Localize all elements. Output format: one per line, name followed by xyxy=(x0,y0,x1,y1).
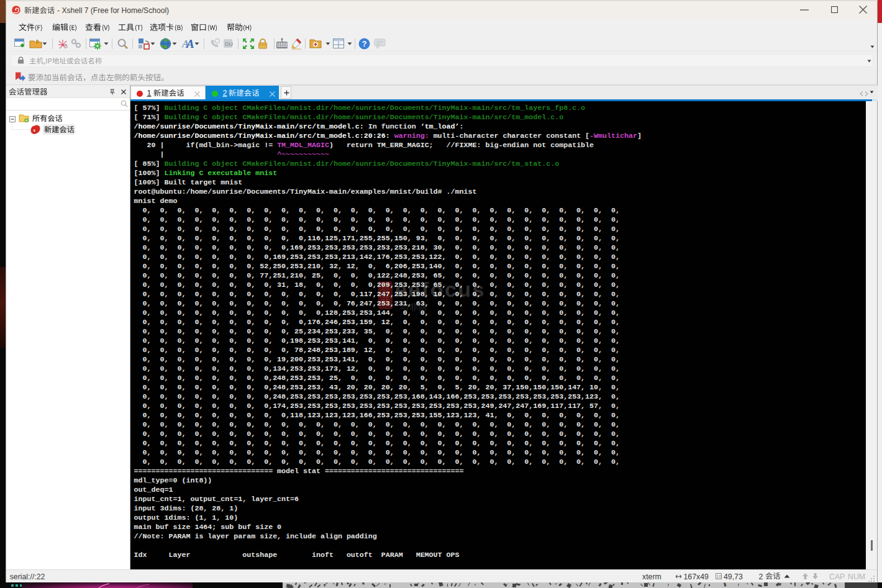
svg-text:DU: DU xyxy=(225,41,233,47)
svg-text:10: 10 xyxy=(717,574,722,579)
svg-text:A: A xyxy=(186,37,194,50)
svg-text:?: ? xyxy=(362,40,367,48)
